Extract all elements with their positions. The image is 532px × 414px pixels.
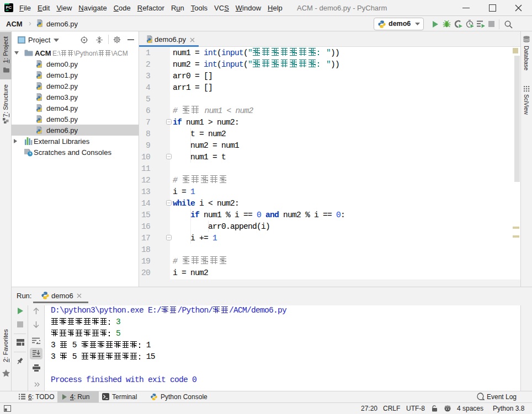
svg-text:PC: PC — [6, 5, 12, 10]
